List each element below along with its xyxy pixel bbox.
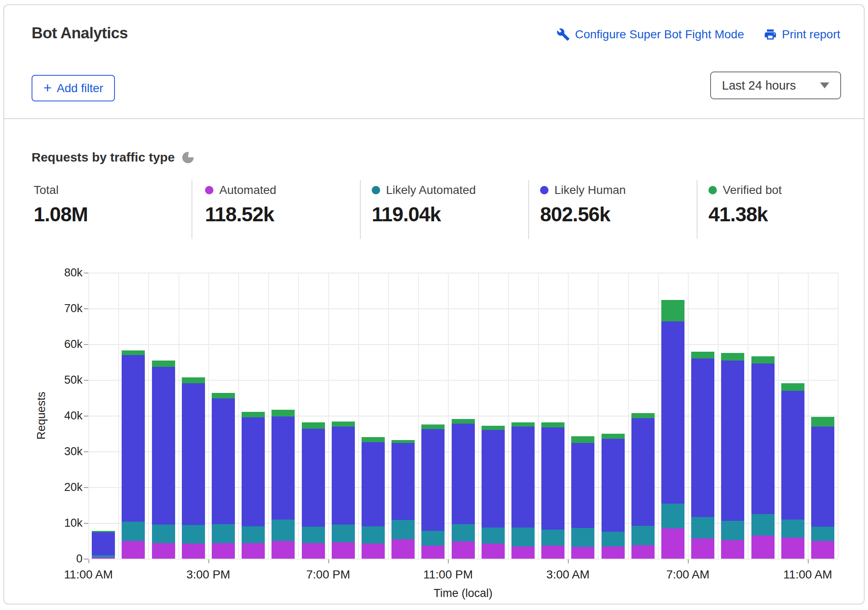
bar-segment-verified-bot xyxy=(362,437,385,442)
bar-segment-likely-human xyxy=(421,429,445,530)
bar-segment-likely-human xyxy=(92,532,115,555)
chart-bar[interactable] xyxy=(721,353,744,559)
bar-segment-automated xyxy=(691,538,714,559)
chart-bar[interactable] xyxy=(781,383,804,559)
gridline xyxy=(358,273,359,559)
chevron-down-icon xyxy=(820,82,829,88)
bar-segment-likely-human xyxy=(391,443,415,520)
x-tick-label: 3:00 AM xyxy=(517,568,618,581)
time-range-dropdown[interactable]: Last 24 hours xyxy=(710,72,841,99)
stat-automated[interactable]: Automated 118.52k xyxy=(205,183,276,226)
chart-bar[interactable] xyxy=(332,422,355,559)
gridline xyxy=(328,273,329,559)
chart-bar[interactable] xyxy=(391,440,415,559)
gridline xyxy=(148,273,149,559)
bar-segment-likely-human xyxy=(452,424,475,524)
chart-bar[interactable] xyxy=(571,436,594,559)
bar-segment-verified-bot xyxy=(482,426,505,430)
chart-bar[interactable] xyxy=(631,413,655,559)
add-filter-label: Add filter xyxy=(57,82,104,95)
chart-bar[interactable] xyxy=(362,437,385,559)
x-tick-label: 3:00 PM xyxy=(158,568,259,581)
configure-link-label: Configure Super Bot Fight Mode xyxy=(575,28,744,41)
section-header: Requests by traffic type xyxy=(32,150,194,164)
y-tick-label: 50k xyxy=(28,374,83,387)
gridline xyxy=(418,273,419,559)
bar-segment-likely-human xyxy=(212,398,235,524)
print-link-label: Print report xyxy=(782,28,841,41)
gridline xyxy=(478,273,479,559)
bar-segment-likely-human xyxy=(602,439,625,532)
y-tick-label: 60k xyxy=(28,338,83,351)
chart-bar[interactable] xyxy=(182,377,205,559)
bar-segment-automated xyxy=(302,543,325,559)
chart-bar[interactable] xyxy=(602,434,625,559)
stat-divider xyxy=(360,180,361,239)
bar-segment-likely-automated xyxy=(332,525,355,542)
stat-likely-automated[interactable]: Likely Automated 119.04k xyxy=(372,183,476,226)
chart-bar[interactable] xyxy=(212,393,235,559)
pie-chart-icon xyxy=(182,152,194,163)
chart-bar[interactable] xyxy=(511,422,535,559)
chart-bar[interactable] xyxy=(152,361,175,559)
bar-segment-likely-automated xyxy=(182,525,205,544)
bar-segment-verified-bot xyxy=(541,422,564,427)
bar-segment-automated xyxy=(421,546,445,559)
bar-segment-automated xyxy=(391,539,415,559)
bar-segment-likely-human xyxy=(691,358,714,517)
bar-segment-automated xyxy=(511,546,535,559)
bar-segment-likely-automated xyxy=(541,530,564,545)
configure-super-bot-fight-mode-link[interactable]: Configure Super Bot Fight Mode xyxy=(556,28,744,41)
bar-segment-likely-human xyxy=(152,367,175,525)
chart-bar[interactable] xyxy=(421,424,445,559)
chart-bar[interactable] xyxy=(811,417,834,559)
bar-segment-likely-automated xyxy=(122,522,145,541)
bar-segment-likely-automated xyxy=(781,520,804,538)
x-tick-label: 11:00 AM xyxy=(38,568,139,581)
chart-bar[interactable] xyxy=(92,531,115,559)
add-filter-button[interactable]: + Add filter xyxy=(32,75,115,101)
bar-segment-likely-human xyxy=(721,361,744,521)
chart-bar[interactable] xyxy=(122,350,145,559)
bar-segment-likely-automated xyxy=(721,521,744,540)
bar-segment-likely-automated xyxy=(482,528,505,544)
section-title: Requests by traffic type xyxy=(32,150,175,164)
chart-bar[interactable] xyxy=(482,426,505,559)
bar-segment-likely-human xyxy=(631,418,655,526)
bar-segment-likely-automated xyxy=(691,517,714,538)
print-report-link[interactable]: Print report xyxy=(764,28,841,41)
bar-segment-verified-bot xyxy=(421,424,445,429)
bar-segment-likely-human xyxy=(661,321,684,504)
stat-total: Total 1.08M xyxy=(34,183,88,226)
stat-likely-human[interactable]: Likely Human 802.56k xyxy=(540,183,626,226)
y-tick-mark xyxy=(84,559,88,560)
chart-bar[interactable] xyxy=(272,410,295,559)
bar-segment-likely-automated xyxy=(92,555,115,557)
gridline xyxy=(388,273,389,559)
plus-icon: + xyxy=(43,80,52,95)
chart-bar[interactable] xyxy=(541,422,564,559)
gridline xyxy=(178,273,179,559)
bar-segment-verified-bot xyxy=(272,410,295,416)
gridline xyxy=(88,273,838,273)
header-divider xyxy=(4,118,864,119)
chart-bar[interactable] xyxy=(751,356,775,559)
bar-segment-automated xyxy=(602,546,625,559)
stat-automated-value: 118.52k xyxy=(205,203,276,226)
chart-bar[interactable] xyxy=(661,300,684,559)
stat-verified-bot[interactable]: Verified bot 41.38k xyxy=(708,183,782,226)
bar-segment-likely-human xyxy=(242,417,265,526)
bar-segment-likely-automated xyxy=(602,532,625,546)
y-tick-label: 40k xyxy=(28,409,83,422)
chart-bar[interactable] xyxy=(452,419,475,559)
chart-bar[interactable] xyxy=(691,352,714,559)
verified-bot-legend-dot xyxy=(708,186,717,194)
chart-bar[interactable] xyxy=(242,412,265,559)
bar-segment-automated xyxy=(661,528,684,559)
chart-bar[interactable] xyxy=(302,422,325,559)
x-tick-label: 7:00 AM xyxy=(637,568,738,581)
gridline xyxy=(598,273,599,559)
bar-segment-verified-bot xyxy=(781,383,804,391)
gridline xyxy=(778,273,779,559)
bar-segment-automated xyxy=(152,543,175,559)
